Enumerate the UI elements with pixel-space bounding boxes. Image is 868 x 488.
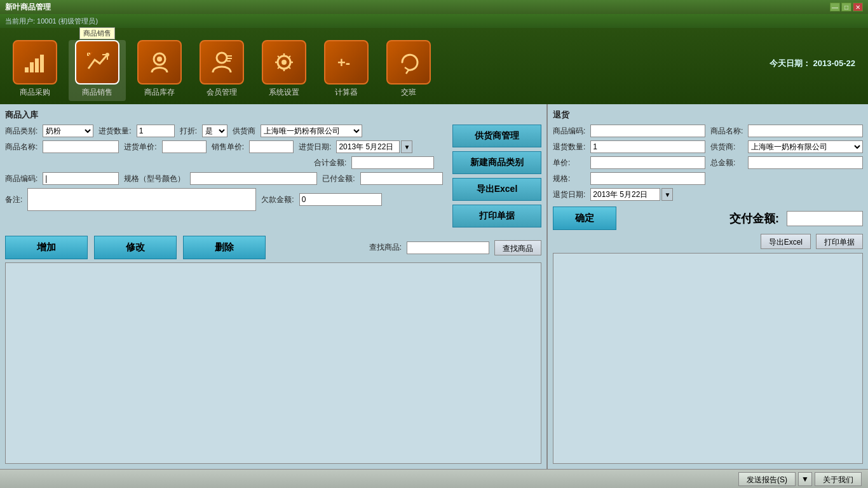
delivery-input[interactable] (787, 211, 863, 226)
right-panel: 退货 商品编码: 商品名称: 退货数量: 供货商: 上海唯一奶粉有限公司 单价:… (548, 104, 868, 469)
discount-label: 打折: (180, 126, 197, 137)
user-info: 当前用户: 10001 (初级管理员) (5, 17, 98, 26)
title-bar: 新叶商品管理 — □ ✕ (0, 0, 868, 14)
code-input[interactable] (43, 172, 119, 185)
r-date-input[interactable] (590, 188, 660, 201)
minimize-button[interactable]: — (830, 3, 840, 11)
purchase-label: 商品采购 (20, 87, 50, 98)
svg-point-7 (157, 57, 162, 62)
svg-text:+-: +- (337, 55, 350, 71)
send-report-dropdown[interactable]: ▼ (798, 472, 812, 486)
toolbar: 商品采购 商品销售 商品销售 商品库存 (0, 28, 868, 104)
svg-rect-0 (25, 67, 29, 72)
close-button[interactable]: ✕ (853, 3, 863, 11)
toolbar-date: 今天日期： 2013-05-22 (770, 58, 855, 69)
spec-input[interactable] (190, 172, 317, 185)
r-supplier-select[interactable]: 上海唯一奶粉有限公司 (748, 140, 863, 153)
svg-rect-1 (30, 62, 34, 72)
edit-button[interactable]: 修改 (94, 236, 177, 259)
new-category-button[interactable]: 新建商品类别 (452, 151, 541, 174)
r-total-input[interactable] (748, 156, 863, 169)
r-spec-input[interactable] (590, 172, 705, 185)
date-picker: ▼ (336, 140, 412, 153)
shift-label: 交班 (401, 87, 416, 98)
toolbar-item-shift[interactable]: 交班 (380, 40, 437, 101)
purchase-price-label: 进货单价: (124, 142, 156, 152)
sales-label: 商品销售 (82, 87, 112, 98)
delete-button[interactable]: 删除 (183, 236, 266, 259)
owed-input[interactable] (299, 193, 382, 206)
total-label: 合计金额: (314, 158, 346, 168)
left-panel: 商品入库 商品类别: 奶粉 进货数量: 打折: 是 供货商 (0, 104, 548, 469)
toolbar-item-purchase[interactable]: 商品采购 (6, 40, 64, 101)
quantity-label: 进货数量: (98, 126, 131, 137)
add-button[interactable]: 增加 (5, 236, 88, 259)
inventory-label: 商品库存 (144, 87, 175, 98)
total-input[interactable] (351, 156, 434, 169)
svg-point-13 (281, 60, 287, 65)
name-label: 商品名称: (5, 142, 37, 152)
purchase-price-input[interactable] (162, 140, 207, 153)
form-row-1: 商品类别: 奶粉 进货数量: 打折: 是 供货商 上海唯一奶粉有限公司 (5, 125, 446, 137)
r-unit-input[interactable] (590, 156, 705, 169)
shift-icon (386, 40, 431, 85)
supplier-select[interactable]: 上海唯一奶粉有限公司 (261, 125, 362, 137)
category-select[interactable]: 奶粉 (43, 125, 93, 137)
svg-line-20 (288, 56, 290, 58)
spec-label: 规格（型号颜色） (124, 173, 185, 184)
search-input[interactable] (407, 241, 489, 254)
form-row-2: 商品名称: 进货单价: 销售单价: 进货日期: ▼ (5, 140, 446, 153)
supplier-mgmt-button[interactable]: 供货商管理 (452, 125, 541, 147)
r-print-button[interactable]: 打印单据 (816, 234, 863, 249)
r-code-input[interactable] (590, 125, 705, 137)
discount-select[interactable]: 是 (202, 125, 227, 137)
toolbar-item-sales[interactable]: 商品销售 商品销售 (69, 40, 126, 101)
r-export-excel-button[interactable]: 导出Excel (761, 234, 811, 249)
r-spec-label: 规格: (553, 173, 585, 184)
toolbar-item-calculator[interactable]: +- 计算器 (318, 40, 375, 101)
confirm-button[interactable]: 确定 (553, 207, 616, 230)
form-row-code: 商品编码: 规格（型号颜色） 已付金额: (5, 172, 446, 185)
settings-icon (262, 40, 306, 85)
send-report-button[interactable]: 发送报告(S) (738, 472, 796, 486)
date-input[interactable] (336, 140, 400, 153)
date-picker-button[interactable]: ▼ (401, 140, 412, 153)
r-name-input[interactable] (748, 125, 863, 137)
window-controls[interactable]: — □ ✕ (830, 3, 863, 11)
toolbar-item-settings[interactable]: 系统设置 (255, 40, 313, 101)
paid-label: 已付金额: (322, 173, 355, 184)
svg-point-8 (217, 53, 227, 63)
export-excel-button[interactable]: 导出Excel (452, 178, 541, 201)
form-row-notes: 备注: 欠款金额: (5, 188, 446, 211)
inventory-icon (137, 40, 182, 85)
maximize-button[interactable]: □ (841, 3, 851, 11)
svg-line-21 (278, 67, 280, 69)
paid-input[interactable] (360, 172, 443, 185)
r-date-picker-button[interactable]: ▼ (661, 188, 673, 201)
form-row-3: 合计金额: (5, 156, 446, 169)
svg-line-19 (288, 67, 290, 69)
window-title: 新叶商品管理 (5, 2, 51, 13)
notes-input[interactable] (27, 188, 256, 211)
left-form-fields: 商品类别: 奶粉 进货数量: 打折: 是 供货商 上海唯一奶粉有限公司 (5, 125, 446, 227)
status-bar: 发送报告(S) ▼ 关于我们 (0, 469, 868, 488)
sales-tooltip: 商品销售 (79, 27, 115, 39)
sales-icon: 商品销售 (75, 40, 119, 85)
print-button[interactable]: 打印单据 (452, 205, 541, 227)
left-table (5, 262, 541, 464)
date-label: 进货日期: (299, 142, 331, 152)
toolbar-item-members[interactable]: 会员管理 (193, 40, 250, 101)
name-input[interactable] (43, 140, 119, 153)
sale-price-input[interactable] (249, 140, 294, 153)
action-buttons: 供货商管理 新建商品类别 导出Excel 打印单据 (452, 125, 541, 227)
about-button[interactable]: 关于我们 (815, 472, 862, 486)
r-qty-label: 退货数量: (553, 142, 585, 152)
r-qty-input[interactable] (590, 140, 705, 153)
r-total-label: 总金额: (710, 158, 743, 168)
sale-price-label: 销售单价: (212, 142, 244, 152)
search-button[interactable]: 查找商品 (494, 240, 541, 255)
toolbar-item-inventory[interactable]: 商品库存 (131, 40, 188, 101)
settings-label: 系统设置 (269, 87, 299, 98)
svg-line-18 (278, 56, 280, 58)
quantity-input[interactable] (137, 125, 175, 137)
